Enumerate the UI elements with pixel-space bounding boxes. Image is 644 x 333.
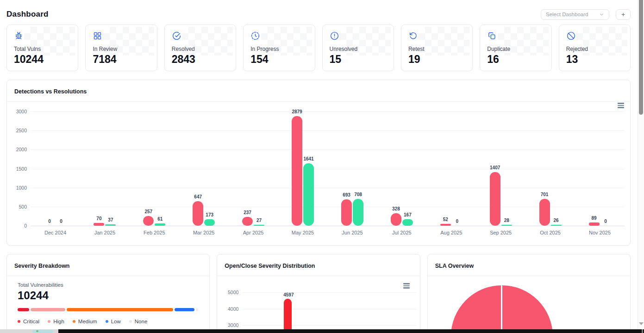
bar-resolutions	[501, 225, 512, 226]
severity-breakdown-title: Severity Breakdown	[14, 263, 70, 269]
open-close-chart: 5000400030004597	[217, 275, 419, 333]
y-axis-label: 2500	[7, 128, 27, 133]
scrollbar-down-arrow-icon[interactable]	[639, 322, 644, 325]
gridline	[242, 309, 416, 309]
bar-value-label: 28	[496, 218, 517, 223]
y-axis-label: 1000	[7, 185, 27, 191]
severity-stacked-bar	[18, 308, 198, 311]
legend-dot	[18, 320, 20, 323]
stat-label: Resolved	[172, 46, 229, 52]
bar-value-label: 0	[595, 219, 616, 224]
x-axis-label: Dec 2024	[36, 230, 75, 235]
bar-resolutions	[402, 219, 413, 226]
taskbar-strip-black	[58, 329, 644, 333]
legend-label: Medium	[78, 319, 97, 324]
stat-value: 19	[408, 53, 465, 66]
bar-value-label: 328	[386, 206, 406, 211]
detections-chart-title: Detections vs Resolutions	[14, 88, 87, 95]
bar-open	[284, 299, 292, 333]
y-axis-label: 0	[7, 223, 27, 228]
legend-item-critical[interactable]: Critical	[18, 319, 39, 324]
severity-breakdown-body: Total Vulnerabilities 10244 CriticalHigh…	[7, 276, 209, 332]
bar-value-label: 4597	[278, 292, 299, 297]
check-circle-icon	[172, 31, 229, 41]
gridline	[31, 226, 625, 226]
stat-label: Total Vulns	[14, 46, 71, 52]
bar-resolutions	[254, 225, 264, 226]
taskbar-thumbnail	[32, 330, 53, 333]
severity-segment-medium	[67, 308, 173, 311]
stat-cards-row: Total Vulns10244In Review7184Resolved284…	[6, 25, 631, 71]
detections-chart-header: Detections vs Resolutions	[7, 80, 630, 102]
severity-breakdown-card: Severity Breakdown Total Vulnerabilities…	[6, 254, 210, 333]
severity-segment-high	[31, 308, 66, 311]
detections-chart-card: Detections vs Resolutions 30002500200015…	[6, 80, 631, 246]
gridline	[242, 292, 416, 293]
stat-value: 15	[330, 53, 387, 66]
retest-icon	[408, 31, 465, 41]
total-vulnerabilities-value: 10244	[18, 289, 209, 302]
alert-circle-icon	[330, 31, 387, 41]
legend-item-high[interactable]: High	[48, 319, 64, 324]
severity-legend: CriticalHighMediumLowNone	[18, 319, 209, 324]
bar-detections	[292, 116, 302, 226]
bar-value-label: 647	[188, 194, 208, 199]
stat-value: 13	[566, 53, 623, 66]
bar-resolutions	[155, 223, 165, 226]
stat-card-in-review: In Review7184	[85, 25, 157, 71]
bar-resolutions	[105, 224, 116, 226]
severity-segment-none	[196, 308, 198, 311]
x-axis-label: May 2025	[283, 230, 322, 235]
legend-item-none[interactable]: None	[129, 319, 148, 324]
sla-header: SLA Overview	[428, 254, 630, 276]
bar-value-label: 1641	[299, 156, 319, 161]
stat-card-duplicate: Duplicate16	[480, 25, 551, 71]
x-axis-label: Oct 2025	[531, 230, 570, 235]
open-close-header: Open/Close Severity Distribution	[217, 254, 419, 276]
bar-value-label: 0	[447, 219, 467, 224]
y-axis-label: 3000	[217, 322, 238, 328]
stat-value: 154	[250, 53, 307, 66]
legend-item-low[interactable]: Low	[106, 319, 121, 324]
scrollbar-thumb[interactable]	[639, 0, 643, 115]
stat-card-in-progress: In Progress154	[243, 25, 315, 71]
open-close-title: Open/Close Severity Distribution	[225, 263, 315, 269]
stat-value: 2843	[172, 53, 229, 66]
bug-icon	[14, 31, 71, 41]
bar-detections	[440, 224, 451, 226]
legend-label: High	[53, 319, 64, 324]
legend-label: Critical	[23, 319, 39, 324]
vertical-scrollbar[interactable]	[638, 0, 644, 329]
bar-value-label: 257	[138, 209, 159, 214]
stat-label: In Progress	[250, 46, 307, 52]
x-axis-label: Aug 2025	[432, 230, 471, 235]
sla-title: SLA Overview	[435, 263, 474, 269]
severity-segment-critical	[18, 308, 29, 311]
add-dashboard-button[interactable]: +	[616, 9, 631, 20]
chart-menu-icon[interactable]	[403, 283, 410, 290]
chart-menu-icon[interactable]	[618, 103, 624, 109]
taskbar-strip-left	[0, 329, 58, 333]
stat-card-total-vulns: Total Vulns10244	[6, 25, 78, 71]
page-header: Dashboard Select Dashboard +	[6, 6, 631, 22]
bottom-cards-row: Severity Breakdown Total Vulnerabilities…	[6, 254, 631, 333]
taskbar-strip	[0, 329, 644, 333]
stat-value: 10244	[14, 53, 71, 66]
taskbar-strip-notch	[642, 329, 643, 333]
bar-resolutions	[204, 219, 215, 226]
y-axis-label: 4000	[217, 306, 238, 312]
legend-dot	[73, 320, 75, 323]
legend-label: None	[135, 319, 148, 324]
stat-value: 7184	[93, 53, 150, 66]
bar-detections	[341, 199, 352, 226]
x-axis-label: Jul 2025	[382, 230, 421, 235]
legend-dot	[129, 320, 132, 323]
stat-card-rejected: Rejected13	[559, 25, 631, 71]
legend-item-medium[interactable]: Medium	[73, 319, 97, 324]
chevron-down-icon	[599, 12, 604, 17]
page-title: Dashboard	[6, 10, 49, 19]
stat-label: Retest	[408, 46, 465, 52]
bar-detections	[94, 223, 104, 226]
dashboard-select[interactable]: Select Dashboard	[541, 9, 609, 20]
open-close-card: Open/Close Severity Distribution 5000400…	[217, 254, 420, 333]
